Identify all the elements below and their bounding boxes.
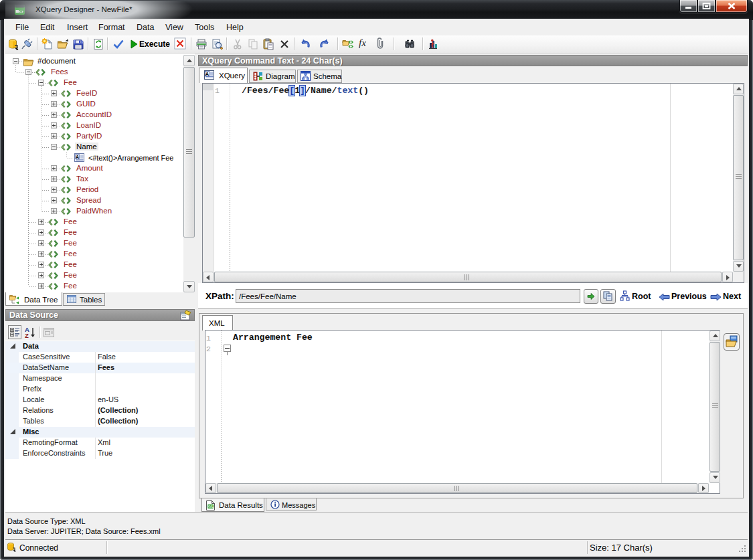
svg-text:A: A xyxy=(205,71,210,77)
svg-text:XML: XML xyxy=(207,505,214,508)
svg-text:Z: Z xyxy=(25,332,29,339)
